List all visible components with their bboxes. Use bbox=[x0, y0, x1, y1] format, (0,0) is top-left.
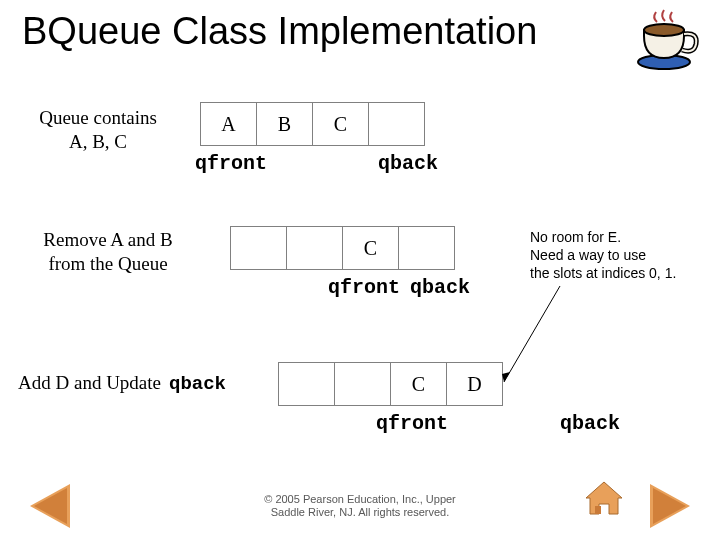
row2-cell-0 bbox=[230, 226, 286, 270]
row1-label: Queue contains A, B, C bbox=[18, 106, 178, 154]
row1-cell-1: B bbox=[256, 102, 312, 146]
teacup-icon bbox=[632, 6, 702, 78]
row3-cell-3: D bbox=[446, 362, 503, 406]
annotation-text: No room for E. Need a way to use the slo… bbox=[530, 228, 715, 283]
row1-label-line2: A, B, C bbox=[18, 130, 178, 154]
row2-cell-2: C bbox=[342, 226, 398, 270]
row3-array: C D bbox=[278, 362, 503, 406]
row1-cell-3 bbox=[368, 102, 425, 146]
svg-rect-5 bbox=[595, 506, 601, 514]
row2-qback-label: qback bbox=[410, 276, 470, 299]
row2-label-line2: from the Queue bbox=[18, 252, 198, 276]
row2-array: C bbox=[230, 226, 455, 270]
row2-label-line1: Remove A and B bbox=[18, 228, 198, 252]
row2-label: Remove A and B from the Queue bbox=[18, 228, 198, 276]
row3-label-mono: qback bbox=[169, 373, 226, 395]
row3-cell-1 bbox=[334, 362, 390, 406]
row1-qfront-label: qfront bbox=[195, 152, 267, 175]
row2-cell-3 bbox=[398, 226, 455, 270]
annotation-line1: No room for E. bbox=[530, 228, 715, 246]
svg-marker-4 bbox=[586, 482, 622, 514]
row2-cell-1 bbox=[286, 226, 342, 270]
annotation-line3: the slots at indices 0, 1. bbox=[530, 264, 715, 282]
row1-array: A B C bbox=[200, 102, 425, 146]
row1-label-line1: Queue contains bbox=[18, 106, 178, 130]
row1-cell-2: C bbox=[312, 102, 368, 146]
row3-label: Add D and Update qback bbox=[18, 372, 226, 395]
row3-label-text: Add D and Update bbox=[18, 372, 161, 393]
prev-slide-button[interactable] bbox=[30, 484, 70, 528]
row1-cell-0: A bbox=[200, 102, 256, 146]
svg-point-1 bbox=[644, 24, 684, 36]
page-title: BQueue Class Implementation bbox=[22, 10, 537, 53]
row1-qback-label: qback bbox=[378, 152, 438, 175]
row3-qback-label: qback bbox=[560, 412, 620, 435]
row3-qfront-label: qfront bbox=[376, 412, 448, 435]
row3-cell-0 bbox=[278, 362, 334, 406]
annotation-line2: Need a way to use bbox=[530, 246, 715, 264]
next-slide-button[interactable] bbox=[650, 484, 690, 528]
svg-marker-3 bbox=[502, 372, 510, 382]
home-slide-button[interactable] bbox=[583, 480, 625, 522]
row2-qfront-label: qfront bbox=[328, 276, 400, 299]
svg-line-2 bbox=[504, 286, 560, 382]
row3-cell-2: C bbox=[390, 362, 446, 406]
